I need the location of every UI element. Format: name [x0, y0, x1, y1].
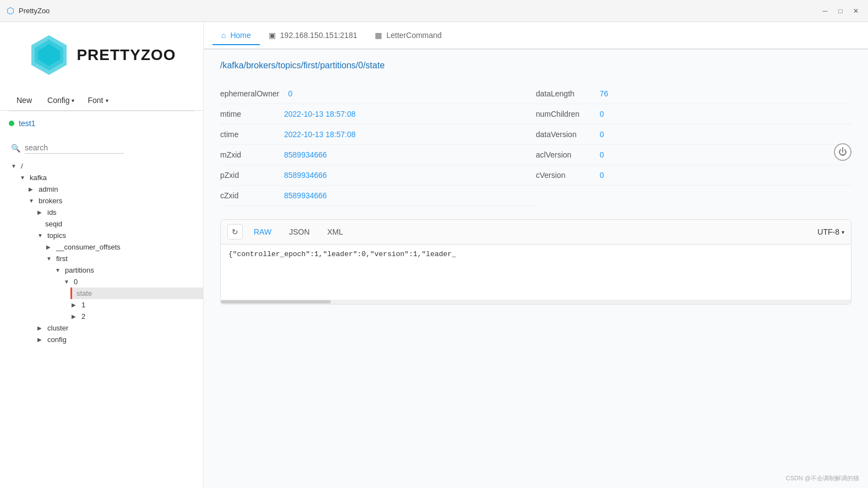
tree-node-kafka-label: kafka	[30, 173, 47, 182]
prop-value-ephemeralowner: 0	[288, 89, 292, 98]
sidebar: PRETTYZOO New Config ▾ Font ▾ test1	[0, 22, 204, 488]
prop-label-dataversion: dataVersion	[536, 130, 591, 139]
chevron-down-icon: ▼	[46, 256, 54, 262]
tab-lettercommand[interactable]: ▦ LetterCommand	[366, 26, 450, 45]
chevron-down-icon: ▼	[20, 175, 28, 181]
prop-value-ctime: 2022-10-13 18:57:08	[284, 130, 356, 139]
titlebar: ⬡ PrettyZoo ─ □ ✕	[0, 0, 868, 22]
app-body: PRETTYZOO New Config ▾ Font ▾ test1	[0, 22, 868, 488]
server-name: test1	[19, 119, 35, 128]
font-button[interactable]: Font ▾	[82, 93, 113, 108]
tree-children-partitions: ▼ 0 state	[53, 276, 203, 322]
tree-node-first-label: first	[56, 254, 68, 263]
toolbar: New Config ▾ Font ▾	[0, 88, 203, 111]
tabs-bar: ⌂ Home ▣ 192.168.150.151:2181 ▦ LetterCo…	[204, 22, 868, 50]
prop-label-mtime: mtime	[220, 110, 275, 118]
tab-home[interactable]: ⌂ Home	[212, 26, 260, 45]
format-xml-button[interactable]: XML	[321, 225, 350, 238]
format-json-button[interactable]: JSON	[282, 225, 316, 238]
prop-label-mzxid: mZxid	[220, 150, 275, 159]
tree-node-admin[interactable]: ▶ admin	[26, 183, 203, 195]
properties-right: dataLength 76 numChildren 0 dataVersion …	[536, 84, 852, 206]
server-list: test1	[0, 111, 203, 135]
maximize-button[interactable]: □	[835, 6, 846, 17]
tree-node-state-label: state	[77, 289, 92, 297]
app-logo-icon: ⬡	[7, 6, 14, 16]
prop-numchildren: numChildren 0	[536, 104, 852, 124]
server-item-test1[interactable]: test1	[9, 117, 194, 130]
prop-label-cversion: cVersion	[536, 171, 591, 180]
home-icon: ⌂	[221, 31, 226, 40]
config-label: Config	[47, 96, 69, 105]
tree-node-partition-2[interactable]: ▶ 2	[62, 311, 203, 322]
tree-node-root[interactable]: ▼ /	[9, 160, 203, 172]
font-chevron-icon: ▾	[106, 97, 108, 104]
tree-node-state[interactable]: state	[70, 288, 203, 299]
tree-node-cluster[interactable]: ▶ cluster	[35, 322, 203, 334]
chevron-down-icon: ▼	[55, 267, 63, 273]
tree-children-root: ▼ kafka ▶ admin ▼ brokers	[9, 172, 203, 345]
tree-node-seqid[interactable]: seqid	[35, 218, 203, 230]
chevron-right-icon: ▶	[37, 325, 45, 331]
data-content: {"controller_epoch":1,"leader":0,"versio…	[221, 245, 851, 300]
prop-value-mtime: 2022-10-13 18:57:08	[284, 110, 356, 118]
prop-aclversion: aclVersion 0	[536, 145, 852, 165]
prop-label-pzxid: pZxid	[220, 171, 275, 180]
close-button[interactable]: ✕	[850, 6, 861, 17]
prop-value-datalength: 76	[600, 89, 609, 98]
chevron-right-icon: ▶	[46, 244, 54, 250]
tree-node-cluster-label: cluster	[47, 324, 68, 332]
server-status-dot	[9, 121, 14, 126]
tree-node-config[interactable]: ▶ config	[35, 334, 203, 345]
chevron-right-icon: ▶	[37, 337, 45, 343]
tree-node-first[interactable]: ▼ first	[44, 253, 203, 264]
chevron-right-icon: ▶	[72, 302, 79, 308]
chevron-right-icon: ▶	[29, 186, 36, 192]
tree-node-topics[interactable]: ▼ topics	[35, 230, 203, 241]
tree-node-partitions[interactable]: ▼ partitions	[53, 264, 203, 276]
prop-ctime: ctime 2022-10-13 18:57:08	[220, 124, 536, 145]
logo-text: PRETTYZOO	[77, 46, 176, 64]
prop-label-aclversion: aclVersion	[536, 150, 591, 159]
power-button[interactable]: ⏻	[834, 143, 851, 161]
tree-node-brokers[interactable]: ▼ brokers	[26, 195, 203, 207]
encoding-select[interactable]: UTF-8 ▾	[817, 227, 844, 236]
refresh-button[interactable]: ↻	[227, 224, 243, 240]
tab-server[interactable]: ▣ 192.168.150.151:2181	[260, 26, 366, 45]
new-button[interactable]: New	[9, 93, 40, 108]
tree-root: ▼ / ▼ kafka ▶ admin	[0, 158, 203, 348]
encoding-chevron-icon: ▾	[842, 229, 844, 235]
tab-server-label: 192.168.150.151:2181	[280, 31, 357, 40]
watermark: CSDN @不会调制解调的猫	[786, 474, 859, 482]
tree-node-kafka[interactable]: ▼ kafka	[18, 172, 203, 183]
search-input[interactable]	[25, 142, 124, 154]
chevron-down-icon: ▼	[64, 279, 72, 285]
font-label: Font	[88, 96, 103, 105]
tree-node-admin-label: admin	[39, 185, 58, 193]
tree-node-partition-1[interactable]: ▶ 1	[62, 299, 203, 311]
prop-datalength: dataLength 76	[536, 84, 852, 104]
data-scrollbar[interactable]	[221, 300, 851, 304]
prop-cversion: cVersion 0	[536, 165, 852, 186]
prop-value-numchildren: 0	[600, 110, 604, 118]
sidebar-logo: PRETTYZOO	[0, 22, 203, 88]
tree-node-partition-0[interactable]: ▼ 0	[62, 276, 203, 288]
tab-home-label: Home	[230, 31, 250, 40]
config-button[interactable]: Config ▾	[42, 93, 80, 108]
tree-children-partition-0: state	[62, 288, 203, 299]
prop-value-dataversion: 0	[600, 130, 604, 139]
data-viewer: ↻ RAW JSON XML UTF-8 ▾ {"controller_epoc…	[220, 219, 851, 305]
properties-left: ephemeralOwner 0 mtime 2022-10-13 18:57:…	[220, 84, 536, 206]
tree-node-consumer-offsets[interactable]: ▶ __consumer_offsets	[44, 241, 203, 253]
tree-children-first: ▼ partitions ▼ 0	[44, 264, 203, 322]
tree-node-partitions-label: partitions	[65, 266, 94, 274]
format-raw-button[interactable]: RAW	[247, 225, 278, 238]
minimize-button[interactable]: ─	[820, 6, 831, 17]
main-content: /kafka/brokers/topics/first/partitions/0…	[204, 50, 868, 488]
tree-panel[interactable]: 🔍 ▼ / ▼ kafka	[0, 135, 203, 488]
tree-node-root-label: /	[21, 162, 23, 170]
tree-node-ids[interactable]: ▶ ids	[35, 207, 203, 218]
content-area: ⌂ Home ▣ 192.168.150.151:2181 ▦ LetterCo…	[204, 22, 868, 488]
titlebar-left: ⬡ PrettyZoo	[7, 6, 50, 16]
power-icon: ⏻	[838, 147, 847, 157]
